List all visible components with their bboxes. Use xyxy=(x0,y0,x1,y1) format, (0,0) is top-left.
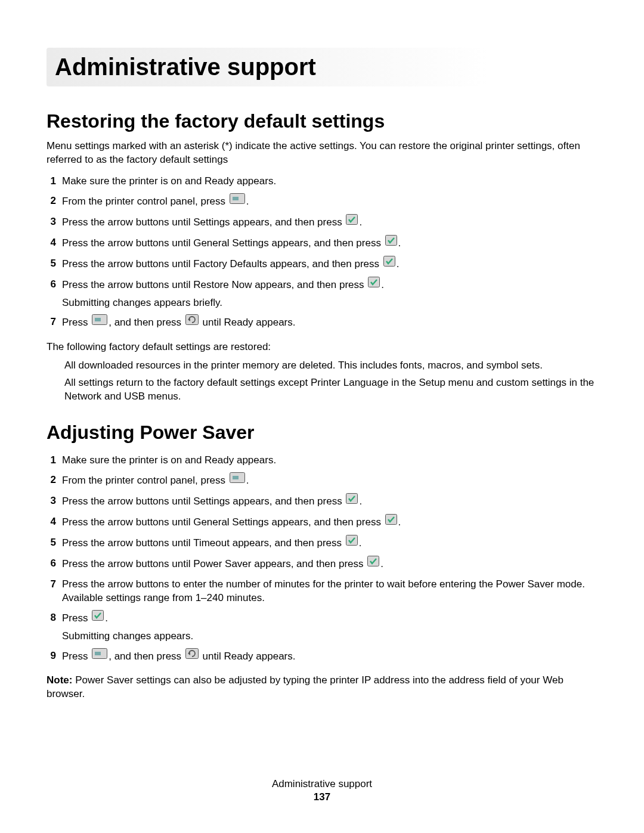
menu-term: Restore Now xyxy=(193,279,252,290)
note-text: Power Saver settings can also be adjuste… xyxy=(47,674,564,699)
step-item: 6 Press the arrow buttons until Power Sa… xyxy=(47,554,597,575)
check-button-icon xyxy=(346,214,358,229)
step-content: Press the arrow buttons until General Se… xyxy=(62,515,597,530)
check-button-icon xyxy=(367,556,379,571)
step-item: 3 Press the arrow buttons until Settings… xyxy=(47,491,597,512)
menu-term: General Settings xyxy=(193,237,269,249)
step-number: 4 xyxy=(47,236,56,251)
step-content: From the printer control panel, press . xyxy=(62,473,597,488)
step-content: From the printer control panel, press . xyxy=(62,194,597,209)
note-paragraph: Note: Power Saver settings can also be a… xyxy=(47,674,597,701)
intro-paragraph: Menu settings marked with an asterisk (*… xyxy=(47,140,597,167)
step-content: Press . Submitting changes appears. xyxy=(62,611,597,643)
step-item: 9 Press , and then press until Ready app… xyxy=(47,646,597,667)
svg-rect-8 xyxy=(185,315,198,325)
check-button-icon xyxy=(346,493,358,508)
check-button-icon xyxy=(383,256,395,271)
note-label: Note: xyxy=(47,674,75,686)
menu-button-icon xyxy=(92,314,107,329)
footer-title: Administrative support xyxy=(0,778,644,790)
chapter-title: Administrative support xyxy=(47,48,597,86)
step-item: 2 From the printer control panel, press … xyxy=(47,191,597,212)
check-button-icon xyxy=(385,514,397,529)
step-number: 3 xyxy=(47,215,56,230)
step-content: Press the arrow buttons until Timeout ap… xyxy=(62,536,597,551)
step-number: 9 xyxy=(47,649,56,664)
step-number: 6 xyxy=(47,278,56,310)
step-content: Press the arrow buttons until Restore No… xyxy=(62,278,597,310)
step-item: 4 Press the arrow buttons until General … xyxy=(47,233,597,254)
menu-button-icon xyxy=(230,193,245,208)
menu-term: Ready xyxy=(224,650,253,661)
step-number: 6 xyxy=(47,557,56,572)
step-content: Press , and then press until Ready appea… xyxy=(62,315,597,330)
menu-term: General Settings xyxy=(193,516,269,528)
check-button-icon xyxy=(385,235,397,250)
step-content: Press the arrow buttons until Settings a… xyxy=(62,215,597,230)
step-content: Press the arrow buttons until Factory De… xyxy=(62,257,597,272)
step-item: 3 Press the arrow buttons until Settings… xyxy=(47,212,597,233)
step-number: 3 xyxy=(47,494,56,509)
step-number: 2 xyxy=(47,473,56,488)
step-item: 1 Make sure the printer is on and Ready … xyxy=(47,172,597,191)
menu-button-icon xyxy=(92,648,107,663)
back-button-icon xyxy=(185,314,199,329)
step-number: 1 xyxy=(47,454,56,467)
back-button-icon xyxy=(185,648,199,663)
step-item: 4 Press the arrow buttons until General … xyxy=(47,512,597,533)
steps-list-power-saver: 1 Make sure the printer is on and Ready … xyxy=(47,451,597,667)
step-item: 5 Press the arrow buttons until Factory … xyxy=(47,254,597,275)
step-item: 8 Press . Submitting changes appears. xyxy=(47,608,597,646)
step-content: Press , and then press until Ready appea… xyxy=(62,649,597,664)
step-subnote: Submitting changes appears briefly. xyxy=(62,296,597,310)
step-content: Press the arrow buttons to enter the num… xyxy=(62,578,597,605)
svg-rect-10 xyxy=(233,476,239,479)
menu-term: Settings xyxy=(193,216,230,228)
step-content: Make sure the printer is on and Ready ap… xyxy=(62,454,597,467)
page-footer: Administrative support 137 xyxy=(0,778,644,803)
svg-rect-1 xyxy=(233,197,239,200)
after-paragraph: The following factory default settings a… xyxy=(47,340,597,354)
menu-term: Factory Defaults xyxy=(193,258,267,270)
check-button-icon xyxy=(368,277,380,292)
menu-term: Ready xyxy=(205,454,234,466)
svg-rect-18 xyxy=(185,648,198,658)
section-heading-restoring: Restoring the factory default settings xyxy=(47,110,597,132)
step-item: 6 Press the arrow buttons until Restore … xyxy=(47,275,597,313)
step-number: 7 xyxy=(47,578,56,605)
step-item: 1 Make sure the printer is on and Ready … xyxy=(47,451,597,470)
step-number: 8 xyxy=(47,611,56,643)
menu-term: Settings xyxy=(193,496,230,507)
step-item: 7 Press the arrow buttons to enter the n… xyxy=(47,575,597,608)
check-button-icon xyxy=(92,610,104,625)
bullet-item: All settings return to the factory defau… xyxy=(64,376,597,404)
step-number: 5 xyxy=(47,536,56,551)
step-number: 5 xyxy=(47,257,56,272)
check-button-icon xyxy=(346,535,358,550)
bullet-list: All downloaded resources in the printer … xyxy=(64,359,597,404)
svg-rect-17 xyxy=(95,652,101,655)
step-content: Press the arrow buttons until General Se… xyxy=(62,236,597,251)
step-number: 7 xyxy=(47,315,56,330)
menu-term: Power Saver xyxy=(193,558,251,569)
step-number: 1 xyxy=(47,175,56,188)
menu-term: Ready xyxy=(224,317,253,328)
step-content: Press the arrow buttons until Settings a… xyxy=(62,494,597,509)
page: Administrative support Restoring the fac… xyxy=(0,0,644,833)
step-number: 4 xyxy=(47,515,56,530)
step-item: 7 Press , and then press until Ready app… xyxy=(47,312,597,333)
step-item: 5 Press the arrow buttons until Timeout … xyxy=(47,533,597,554)
menu-term: Ready xyxy=(205,175,234,187)
menu-button-icon xyxy=(230,472,245,487)
step-content: Press the arrow buttons until Power Save… xyxy=(62,557,597,572)
menu-term: Printer Language xyxy=(311,377,388,388)
step-subnote: Submitting changes appears. xyxy=(62,630,597,643)
step-number: 2 xyxy=(47,194,56,209)
step-item: 2 From the printer control panel, press … xyxy=(47,470,597,491)
menu-term: Timeout xyxy=(193,537,230,549)
svg-rect-7 xyxy=(95,318,101,321)
bullet-item: All downloaded resources in the printer … xyxy=(64,359,597,373)
step-content: Make sure the printer is on and Ready ap… xyxy=(62,175,597,188)
footer-page-number: 137 xyxy=(0,791,644,803)
steps-list-restoring: 1 Make sure the printer is on and Ready … xyxy=(47,172,597,334)
